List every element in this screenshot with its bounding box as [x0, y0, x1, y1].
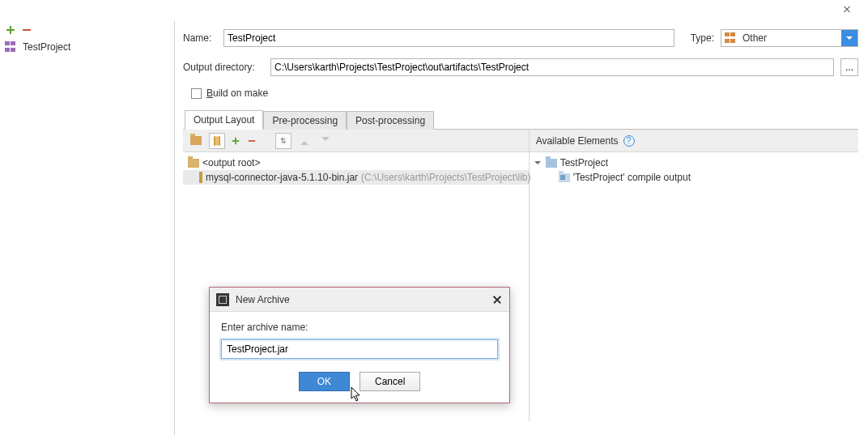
chevron-down-icon[interactable]	[841, 30, 857, 46]
output-directory-input[interactable]	[270, 58, 834, 76]
output-row: Output directory: ...	[183, 58, 858, 76]
module-output-node[interactable]: 'TestProject' compile output	[530, 170, 858, 185]
type-label: Type:	[691, 32, 714, 44]
available-elements-panel: Available Elements ? TestProject 'TestPr…	[530, 130, 858, 421]
remove-content-icon[interactable]	[247, 136, 257, 146]
output-root-node[interactable]: <output root>	[183, 156, 529, 170]
output-label: Output directory:	[183, 62, 264, 73]
output-toolbar: ⇅	[183, 130, 529, 152]
add-content-icon[interactable]	[231, 136, 240, 146]
name-input[interactable]	[223, 29, 674, 47]
new-archive-icon[interactable]	[209, 133, 225, 149]
dialog-body: Enter archive name:	[210, 312, 509, 362]
folder-icon	[188, 159, 199, 168]
ok-button[interactable]: OK	[299, 372, 350, 391]
project-node[interactable]: TestProject	[530, 156, 858, 170]
available-elements-label: Available Elements	[536, 135, 619, 147]
project-folder-icon	[546, 159, 557, 168]
window-close-button[interactable]	[828, 0, 865, 18]
type-value: Other	[742, 32, 767, 44]
remove-icon[interactable]	[21, 24, 32, 36]
other-artifact-icon	[725, 32, 738, 44]
jar-path: (C:\Users\karth\Projects\TestProject\lib…	[361, 172, 530, 183]
tabs-bar: Output Layout Pre-processing Post-proces…	[183, 109, 858, 130]
tab-pre-processing[interactable]: Pre-processing	[263, 111, 347, 130]
sidebar-toolbar	[0, 21, 174, 39]
archive-name-input[interactable]	[221, 339, 498, 359]
new-archive-dialog: New Archive Enter archive name: OK Cance…	[209, 287, 510, 403]
expand-icon[interactable]	[534, 161, 541, 168]
tab-post-processing[interactable]: Post-processing	[347, 111, 434, 130]
dialog-prompt: Enter archive name:	[221, 322, 498, 333]
dialog-title-text: New Archive	[236, 294, 290, 305]
jar-name: mysql-connector-java-5.1.10-bin.jar	[206, 172, 358, 183]
build-on-make-label: BBuild on makeuild on make	[206, 87, 268, 99]
move-down-icon[interactable]	[317, 133, 334, 149]
cancel-button[interactable]: Cancel	[360, 372, 420, 391]
dialog-close-button[interactable]	[490, 292, 504, 307]
move-up-icon[interactable]	[296, 133, 313, 149]
available-elements-header: Available Elements ?	[530, 130, 858, 152]
sidebar-item-label: TestProject	[23, 41, 70, 53]
output-tree[interactable]: <output root> mysql-connector-java-5.1.1…	[183, 152, 529, 188]
module-output-label: 'TestProject' compile output	[573, 172, 691, 183]
dialog-titlebar[interactable]: New Archive	[210, 288, 509, 312]
sidebar-item-testproject[interactable]: TestProject	[0, 39, 174, 55]
sort-icon[interactable]: ⇅	[275, 133, 291, 149]
name-row: Name: Type: Other	[183, 29, 858, 47]
output-root-label: <output root>	[202, 157, 260, 168]
help-icon[interactable]: ?	[623, 135, 635, 147]
type-select[interactable]: Other	[721, 29, 858, 47]
tab-output-layout[interactable]: Output Layout	[185, 110, 263, 130]
name-label: Name:	[183, 32, 217, 44]
available-tree[interactable]: TestProject 'TestProject' compile output	[530, 152, 858, 188]
app-icon	[216, 293, 229, 306]
browse-button[interactable]: ...	[840, 58, 858, 76]
jar-entry[interactable]: mysql-connector-java-5.1.10-bin.jar (C:\…	[183, 170, 529, 185]
artifact-sidebar: TestProject	[0, 21, 175, 435]
artifact-icon	[5, 41, 18, 53]
build-on-make-checkbox[interactable]	[191, 88, 202, 99]
build-on-make-row[interactable]: BBuild on makeuild on make	[191, 87, 858, 99]
module-icon	[559, 173, 570, 182]
dialog-footer: OK Cancel	[210, 362, 509, 403]
add-icon[interactable]	[5, 24, 16, 36]
jar-icon	[199, 172, 202, 183]
new-folder-icon[interactable]	[188, 133, 204, 149]
project-label: TestProject	[560, 157, 608, 168]
